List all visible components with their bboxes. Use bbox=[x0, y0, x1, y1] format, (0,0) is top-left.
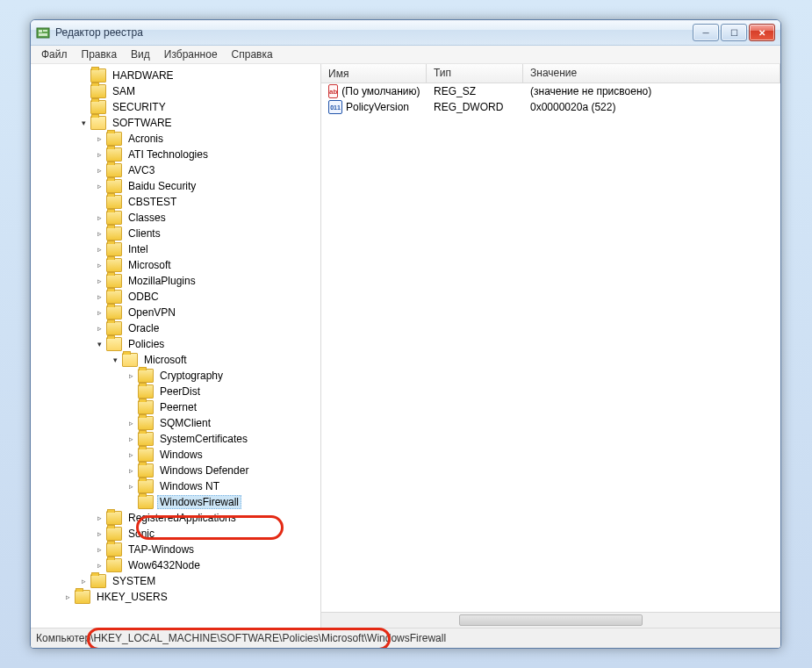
chevron-right-icon[interactable]: ▹ bbox=[126, 434, 136, 444]
chevron-right-icon[interactable]: ▹ bbox=[94, 528, 104, 539]
tree-item[interactable]: ▹Acronis bbox=[31, 131, 320, 147]
statusbar-path-highlight: \HKEY_LOCAL_MACHINE\SOFTWARE\Policies\Mi… bbox=[90, 632, 367, 644]
chevron-right-icon[interactable]: ▹ bbox=[94, 323, 104, 334]
tree-item[interactable]: ▹SYSTEM bbox=[31, 573, 320, 589]
tree-item[interactable]: ▹WindowsFirewall bbox=[31, 494, 320, 510]
cell-type: REG_SZ bbox=[427, 85, 523, 97]
chevron-right-icon[interactable]: ▹ bbox=[94, 544, 104, 555]
chevron-right-icon[interactable]: ▹ bbox=[94, 244, 104, 255]
folder-icon bbox=[90, 574, 106, 588]
tree-item[interactable]: ▹Sonic bbox=[31, 526, 320, 542]
horizontal-scrollbar[interactable] bbox=[321, 612, 780, 628]
tree-item[interactable]: ▹SystemCertificates bbox=[31, 431, 320, 447]
tree-item[interactable]: ▹Baidu Security bbox=[31, 178, 320, 194]
folder-icon bbox=[138, 384, 154, 399]
chevron-right-icon[interactable]: ▹ bbox=[94, 260, 104, 270]
statusbar-prefix: Компьютер bbox=[36, 632, 90, 644]
close-button[interactable]: ✕ bbox=[749, 24, 775, 41]
registry-editor-window: Редактор реестра ─ ☐ ✕ Файл Правка Вид И… bbox=[30, 19, 781, 649]
folder-icon bbox=[106, 274, 122, 288]
folder-icon bbox=[138, 432, 154, 446]
tree-item[interactable]: ▹Clients bbox=[31, 226, 320, 241]
chevron-right-icon[interactable]: ▹ bbox=[94, 149, 104, 160]
tree-item[interactable]: ▹OpenVPN bbox=[31, 305, 320, 320]
registry-tree[interactable]: ▹HARDWARE▹SAM▹SECURITY▾SOFTWARE▹Acronis▹… bbox=[31, 64, 321, 628]
chevron-right-icon[interactable]: ▹ bbox=[94, 276, 104, 286]
chevron-right-icon[interactable]: ▹ bbox=[94, 291, 104, 302]
chevron-right-icon[interactable]: ▹ bbox=[126, 418, 136, 428]
tree-item[interactable]: ▹Oracle bbox=[31, 320, 320, 336]
tree-item[interactable]: ▹SQMClient bbox=[31, 415, 320, 431]
chevron-right-icon[interactable]: ▹ bbox=[94, 513, 104, 523]
tree-item[interactable]: ▹Microsoft bbox=[31, 257, 320, 273]
tree-item[interactable]: ▹Intel bbox=[31, 241, 320, 257]
scrollbar-thumb[interactable] bbox=[459, 614, 643, 626]
tree-item[interactable]: ▾SOFTWARE bbox=[31, 115, 320, 131]
chevron-right-icon[interactable]: ▹ bbox=[94, 228, 104, 239]
list-row[interactable]: ab(По умолчанию)REG_SZ(значение не присв… bbox=[321, 83, 780, 99]
tree-item[interactable]: ▹CBSTEST bbox=[31, 194, 320, 210]
chevron-down-icon[interactable]: ▾ bbox=[110, 355, 120, 365]
folder-icon bbox=[90, 116, 106, 130]
tree-item[interactable]: ▹AVC3 bbox=[31, 162, 320, 178]
chevron-down-icon[interactable]: ▾ bbox=[78, 118, 89, 128]
tree-item[interactable]: ▹PeerDist bbox=[31, 384, 320, 399]
chevron-right-icon[interactable]: ▹ bbox=[126, 481, 136, 492]
chevron-right-icon[interactable]: ▹ bbox=[94, 307, 104, 318]
chevron-right-icon[interactable]: ▹ bbox=[126, 465, 136, 476]
tree-item[interactable]: ▹Peernet bbox=[31, 399, 320, 415]
folder-icon bbox=[106, 258, 122, 272]
tree-item[interactable]: ▹SAM bbox=[31, 83, 320, 99]
chevron-right-icon[interactable]: ▹ bbox=[126, 449, 136, 460]
folder-icon bbox=[138, 495, 154, 509]
folder-icon bbox=[106, 558, 122, 572]
tree-item[interactable]: ▾Policies bbox=[31, 336, 320, 352]
minimize-button[interactable]: ─ bbox=[693, 24, 719, 41]
chevron-right-icon[interactable]: ▹ bbox=[94, 165, 104, 176]
list-body[interactable]: ab(По умолчанию)REG_SZ(значение не присв… bbox=[321, 83, 780, 612]
col-header-type[interactable]: Тип bbox=[427, 64, 523, 83]
menu-view[interactable]: Вид bbox=[124, 48, 157, 61]
chevron-right-icon[interactable]: ▹ bbox=[94, 212, 104, 223]
tree-item[interactable]: ▹Wow6432Node bbox=[31, 557, 320, 573]
chevron-right-icon[interactable]: ▹ bbox=[94, 133, 104, 144]
tree-item[interactable]: ▹SECURITY bbox=[31, 99, 320, 115]
tree-item[interactable]: ▾Microsoft bbox=[31, 352, 320, 368]
folder-icon bbox=[106, 511, 122, 525]
chevron-right-icon[interactable]: ▹ bbox=[94, 560, 104, 571]
maximize-button[interactable]: ☐ bbox=[721, 24, 747, 41]
tree-item-label: Clients bbox=[126, 226, 163, 241]
chevron-right-icon[interactable]: ▹ bbox=[94, 181, 104, 191]
menu-edit[interactable]: Правка bbox=[75, 48, 125, 61]
list-row[interactable]: 011PolicyVersionREG_DWORD0x0000020a (522… bbox=[321, 99, 780, 115]
list-header[interactable]: Имя Тип Значение bbox=[321, 64, 780, 83]
menu-favorites[interactable]: Избранное bbox=[157, 48, 225, 61]
col-header-name[interactable]: Имя bbox=[321, 64, 427, 83]
tree-item[interactable]: ▹HKEY_USERS bbox=[31, 589, 320, 605]
chevron-right-icon[interactable]: ▹ bbox=[62, 592, 73, 602]
tree-item[interactable]: ▹ODBC bbox=[31, 289, 320, 305]
tree-item[interactable]: ▹TAP-Windows bbox=[31, 542, 320, 557]
tree-item-label: TAP-Windows bbox=[126, 542, 197, 557]
tree-item-label: ATI Technologies bbox=[126, 147, 211, 162]
titlebar[interactable]: Редактор реестра ─ ☐ ✕ bbox=[31, 20, 780, 46]
menu-file[interactable]: Файл bbox=[34, 48, 75, 61]
chevron-right-icon: ▹ bbox=[78, 102, 89, 112]
tree-item[interactable]: ▹Classes bbox=[31, 210, 320, 226]
tree-item[interactable]: ▹HARDWARE bbox=[31, 68, 320, 83]
tree-item-label: Acronis bbox=[126, 132, 166, 146]
tree-item-label: SYSTEM bbox=[110, 574, 158, 588]
tree-item[interactable]: ▹Windows bbox=[31, 447, 320, 463]
tree-item[interactable]: ▹Cryptography bbox=[31, 368, 320, 384]
tree-item[interactable]: ▹MozillaPlugins bbox=[31, 273, 320, 289]
tree-item[interactable]: ▹RegisteredApplications bbox=[31, 510, 320, 526]
tree-item[interactable]: ▹ATI Technologies bbox=[31, 147, 320, 162]
tree-item[interactable]: ▹Windows Defender bbox=[31, 463, 320, 478]
tree-item-label: Cryptography bbox=[157, 369, 226, 383]
menu-help[interactable]: Справка bbox=[225, 48, 280, 61]
chevron-down-icon[interactable]: ▾ bbox=[94, 339, 104, 349]
chevron-right-icon[interactable]: ▹ bbox=[78, 576, 89, 586]
tree-item[interactable]: ▹Windows NT bbox=[31, 478, 320, 494]
col-header-value[interactable]: Значение bbox=[523, 64, 780, 83]
chevron-right-icon[interactable]: ▹ bbox=[126, 370, 136, 381]
